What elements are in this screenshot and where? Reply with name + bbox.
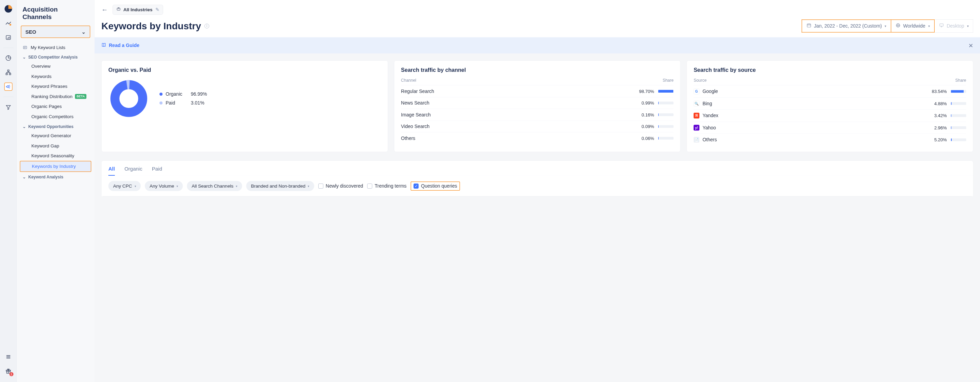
caret-down-icon: ▾ <box>885 24 886 28</box>
donut-legend: Organic 96.99% Paid 3.01% <box>159 92 207 106</box>
keyword-table-panel: AllOrganicPaid Any CPC▾Any Volume▾All Se… <box>102 161 974 197</box>
industry-selector[interactable]: All Industries ✎ <box>113 5 163 15</box>
info-icon[interactable]: i <box>204 24 209 28</box>
gift-icon[interactable]: 1 <box>4 367 12 375</box>
source-icon: Я <box>694 113 700 119</box>
chevron-down-icon: ▾ <box>177 184 178 188</box>
region-filter[interactable]: Worldwide ▾ <box>891 19 935 33</box>
nav-link[interactable]: Keywords by Industry <box>20 161 91 172</box>
filter-chip[interactable]: Branded and Non-branded▾ <box>246 181 314 191</box>
filter-chip[interactable]: Any Volume▾ <box>145 181 183 191</box>
share-bar <box>658 113 674 116</box>
filter-icon[interactable] <box>4 103 12 111</box>
section-analysis[interactable]: ⌄ Keyword Analysis <box>17 172 94 181</box>
topbar: ← All Industries ✎ <box>95 0 980 19</box>
filter-chip[interactable]: Any CPC▾ <box>108 181 141 191</box>
table-row: G Google 83.54% <box>694 86 966 98</box>
card-organic-paid: Organic vs. Paid Organic 96.99% <box>102 60 388 152</box>
megaphone-icon[interactable] <box>4 83 12 91</box>
nav-link[interactable]: Organic Pages <box>17 101 94 112</box>
region-label: Worldwide <box>903 23 926 29</box>
icon-rail: 1 <box>0 0 17 382</box>
date-range-filter[interactable]: Jan, 2022 - Dec, 2022 (Custom) ▾ <box>802 19 891 33</box>
content: Organic vs. Paid Organic 96.99% <box>95 54 980 382</box>
share-bar <box>658 90 674 93</box>
share-bar <box>658 125 674 128</box>
seo-dropdown[interactable]: SEO ⌄ <box>21 25 90 38</box>
nav-link[interactable]: Keyword Phrases <box>17 81 94 92</box>
col-share: Share <box>955 78 966 83</box>
svg-rect-7 <box>6 73 7 74</box>
org-icon[interactable] <box>4 68 12 77</box>
menu-icon[interactable] <box>4 353 12 361</box>
checkbox-unchecked <box>318 184 323 189</box>
tabs: AllOrganicPaid <box>102 161 973 176</box>
tab[interactable]: Organic <box>124 166 142 176</box>
source-icon: 🔍 <box>694 101 700 106</box>
chevron-down-icon: ▾ <box>236 184 237 188</box>
edit-icon[interactable]: ✎ <box>155 7 159 13</box>
caret-down-icon: ▾ <box>928 24 930 28</box>
read-guide-link[interactable]: Read a Guide <box>102 43 139 49</box>
tab[interactable]: Paid <box>152 166 162 176</box>
chevron-down-icon: ⌄ <box>81 29 86 35</box>
share-bar <box>951 114 966 117</box>
table-row: 📄 Others 5.20% <box>694 134 966 146</box>
chevron-down-icon: ⌄ <box>22 124 26 129</box>
legend-paid: Paid 3.01% <box>159 100 207 106</box>
share-bar <box>951 126 966 129</box>
main: ← All Industries ✎ Keywords by Industry … <box>95 0 980 382</box>
legend-organic: Organic 96.99% <box>159 92 207 97</box>
card-title: Search traffic by source <box>694 67 966 73</box>
dashboard-icon[interactable] <box>4 33 12 41</box>
my-keyword-lists-label: My Keyword Lists <box>31 45 65 51</box>
globe-icon <box>896 23 900 29</box>
sidebar: Acquisition Channels SEO ⌄ My Keyword Li… <box>17 0 95 382</box>
back-button[interactable]: ← <box>102 6 108 14</box>
card-source: Search traffic by source Source Share G … <box>687 60 973 152</box>
nav-link[interactable]: Organic Competitors <box>17 112 94 122</box>
section-competitor[interactable]: ⌄ SEO Competitor Analysis <box>17 52 94 61</box>
filter-chip[interactable]: All Search Channels▾ <box>187 181 242 191</box>
legend-dot-organic <box>159 93 162 96</box>
nav-link[interactable]: Keyword Gap <box>17 141 94 151</box>
my-keyword-lists[interactable]: My Keyword Lists <box>17 43 94 52</box>
card-channel: Search traffic by channel Channel Share … <box>394 60 681 152</box>
desktop-icon <box>939 23 944 29</box>
date-range-label: Jan, 2022 - Dec, 2022 (Custom) <box>814 23 882 29</box>
col-source: Source <box>694 78 707 83</box>
table-row: Others 0.06% <box>401 132 674 144</box>
section-competitor-label: SEO Competitor Analysis <box>28 55 78 60</box>
donut-chart <box>108 78 149 119</box>
calendar-icon <box>807 23 811 29</box>
chevron-down-icon: ⌄ <box>22 55 26 60</box>
legend-dot-paid <box>159 101 162 105</box>
share-bar <box>951 139 966 141</box>
share-bar <box>658 102 674 105</box>
gift-badge: 1 <box>9 372 13 376</box>
nav-link[interactable]: Overview <box>17 61 94 71</box>
nav-link[interactable]: Ranking DistributionBETA <box>17 92 94 102</box>
industry-icon <box>116 7 121 13</box>
tab[interactable]: All <box>108 166 115 176</box>
sidebar-title: Acquisition Channels <box>17 6 94 25</box>
col-share: Share <box>663 78 674 83</box>
close-banner-button[interactable]: ✕ <box>969 42 973 49</box>
chevron-down-icon: ▾ <box>135 184 136 188</box>
nav-link[interactable]: Keyword Seasonality <box>17 151 94 161</box>
check-question-queries[interactable]: ✓ Question queries <box>410 181 460 191</box>
check-newly-discovered[interactable]: Newly discovered <box>318 183 363 189</box>
card-title: Organic vs. Paid <box>108 67 381 73</box>
section-opportunities-label: Keyword Opportunities <box>28 124 73 129</box>
device-filter: Desktop ▾ <box>935 19 973 33</box>
check-trending-terms[interactable]: Trending terms <box>367 183 407 189</box>
nav-link[interactable]: Keywords <box>17 71 94 82</box>
nav-link[interactable]: Keyword Generator <box>17 131 94 141</box>
pie-icon[interactable] <box>4 54 12 62</box>
checkbox-checked: ✓ <box>414 184 419 189</box>
section-opportunities[interactable]: ⌄ Keyword Opportunities <box>17 122 94 131</box>
checkbox-unchecked <box>367 184 372 189</box>
logo[interactable] <box>4 5 12 13</box>
list-icon <box>22 45 28 50</box>
trends-icon[interactable] <box>4 19 12 27</box>
